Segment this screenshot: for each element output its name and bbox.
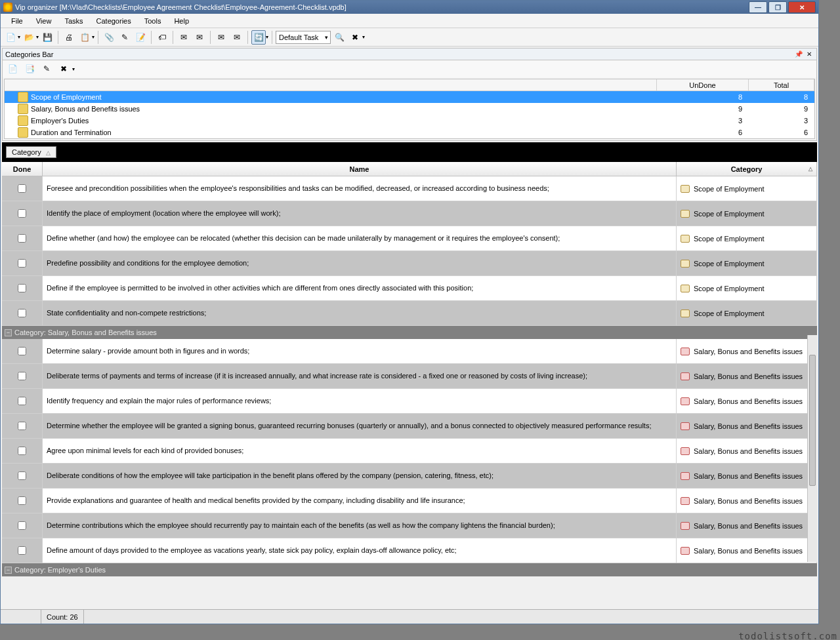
cat-list-icon[interactable]: 📑 bbox=[22, 62, 37, 76]
menu-view[interactable]: View bbox=[30, 15, 58, 27]
done-checkbox[interactable] bbox=[18, 259, 26, 268]
task-category: Scope of Employment bbox=[677, 301, 817, 325]
edit-icon[interactable]: ✎ bbox=[117, 30, 132, 45]
done-checkbox[interactable] bbox=[18, 447, 26, 455]
category-icon bbox=[681, 348, 690, 355]
menu-tasks[interactable]: Tasks bbox=[58, 15, 89, 27]
done-cell bbox=[2, 439, 43, 463]
category-row[interactable]: Duration and Termination66 bbox=[5, 127, 814, 138]
task-type-dropdown[interactable]: Default Task bbox=[276, 31, 331, 44]
vertical-scrollbar[interactable] bbox=[807, 335, 817, 562]
maximize-button[interactable]: ❐ bbox=[768, 1, 787, 13]
pin-icon[interactable]: 📌 bbox=[794, 50, 803, 59]
mail-reply-icon[interactable]: ✉ bbox=[192, 30, 207, 45]
done-checkbox[interactable] bbox=[18, 496, 26, 505]
task-name: Deliberate terms of payments and terms o… bbox=[43, 364, 677, 388]
done-checkbox[interactable] bbox=[18, 284, 26, 292]
open-icon[interactable]: 📂 bbox=[22, 30, 36, 45]
cat-delete-icon[interactable]: ✖ bbox=[56, 62, 71, 76]
cat-new-icon[interactable]: 📄 bbox=[5, 62, 20, 76]
task-row[interactable]: Agree upon minimal levels for each kind … bbox=[2, 439, 817, 464]
category-name: Salary, Bonus and Benefits issues bbox=[5, 104, 657, 114]
task-row[interactable]: Foresee and precondition possibilities w… bbox=[2, 176, 817, 201]
categories-toolbar: 📄 📑 ✎ ✖▾ bbox=[3, 60, 816, 77]
cat-col-undone[interactable]: UnDone bbox=[657, 79, 749, 91]
task-category: Salary, Bonus and Benefits issues bbox=[677, 489, 817, 513]
task-row[interactable]: Determine salary - provide amount both i… bbox=[2, 339, 817, 364]
th-name[interactable]: Name bbox=[43, 162, 677, 176]
task-name: Determine contributions which the employ… bbox=[43, 513, 677, 538]
task-row[interactable]: Deliberate conditions of how the employe… bbox=[2, 464, 817, 489]
print-icon[interactable]: 🖨 bbox=[62, 30, 76, 45]
done-checkbox[interactable] bbox=[18, 234, 26, 243]
find-icon[interactable]: 🔍 bbox=[332, 30, 346, 45]
clipboard-icon[interactable]: 📎 bbox=[102, 30, 116, 45]
mail-all-icon[interactable]: ✉ bbox=[230, 30, 244, 45]
task-row[interactable]: Deliberate terms of payments and terms o… bbox=[2, 364, 817, 389]
th-done[interactable]: Done bbox=[2, 162, 43, 176]
mail-icon[interactable]: ✉ bbox=[177, 30, 191, 45]
task-row[interactable]: Identify frequency and explain the major… bbox=[2, 389, 817, 414]
category-total: 8 bbox=[749, 93, 814, 101]
save-icon[interactable]: 💾 bbox=[40, 30, 54, 45]
note-icon[interactable]: 📝 bbox=[133, 30, 148, 45]
done-checkbox[interactable] bbox=[18, 471, 26, 480]
task-row[interactable]: Determine contributions which the employ… bbox=[2, 513, 817, 538]
task-name: Identify the place of employment (locati… bbox=[43, 201, 677, 226]
task-row[interactable]: Define amount of days provided to the em… bbox=[2, 538, 817, 563]
done-cell bbox=[2, 513, 43, 538]
scroll-thumb[interactable] bbox=[809, 355, 816, 486]
category-row[interactable]: Employer's Duties33 bbox=[5, 115, 814, 127]
task-name: Deliberate conditions of how the employe… bbox=[43, 464, 677, 488]
task-row[interactable]: Define whether (and how) the employee ca… bbox=[2, 226, 817, 251]
menu-categories[interactable]: Categories bbox=[90, 15, 138, 27]
new-file-icon[interactable]: 📄 bbox=[3, 30, 18, 45]
task-row[interactable]: Provide explanations and guarantee of he… bbox=[2, 489, 817, 513]
delete-icon[interactable]: ✖ bbox=[348, 30, 362, 45]
refresh-icon[interactable]: 🔄 bbox=[251, 30, 266, 45]
cat-edit-icon[interactable]: ✎ bbox=[39, 62, 54, 76]
menu-file[interactable]: File bbox=[5, 15, 30, 27]
task-name: Define if the employee is permitted to b… bbox=[43, 276, 677, 300]
page-setup-icon[interactable]: 📋 bbox=[77, 30, 92, 45]
done-checkbox[interactable] bbox=[18, 546, 26, 555]
collapse-icon[interactable]: − bbox=[5, 567, 12, 574]
group-by-tag[interactable]: Category △ bbox=[6, 146, 56, 158]
done-checkbox[interactable] bbox=[18, 209, 26, 218]
menu-help[interactable]: Help bbox=[167, 15, 196, 27]
cat-col-name[interactable] bbox=[5, 79, 657, 91]
mail-forward-icon[interactable]: ✉ bbox=[214, 30, 228, 45]
category-row[interactable]: Salary, Bonus and Benefits issues99 bbox=[5, 103, 814, 115]
task-row[interactable]: Identify the place of employment (locati… bbox=[2, 201, 817, 226]
done-checkbox[interactable] bbox=[18, 347, 26, 355]
category-row[interactable]: Scope of Employment88 bbox=[5, 91, 814, 103]
group-row[interactable]: −Category: Employer's Duties bbox=[2, 563, 817, 576]
app-window: Vip organizer [M:\Vlad\Checklists\Employ… bbox=[0, 0, 819, 624]
group-by-label: Category bbox=[12, 148, 41, 156]
done-checkbox[interactable] bbox=[18, 184, 26, 193]
collapse-icon[interactable]: − bbox=[5, 329, 12, 336]
menu-tools[interactable]: Tools bbox=[138, 15, 168, 27]
close-button[interactable]: ✕ bbox=[788, 1, 816, 13]
done-cell bbox=[2, 464, 43, 488]
done-checkbox[interactable] bbox=[18, 397, 26, 405]
th-category[interactable]: Category △ bbox=[677, 162, 817, 176]
panel-close-icon[interactable]: ✕ bbox=[805, 50, 814, 59]
done-checkbox[interactable] bbox=[18, 309, 26, 317]
group-row[interactable]: −Category: Salary, Bonus and Benefits is… bbox=[2, 326, 817, 339]
task-grid-header: Done Name Category △ bbox=[2, 162, 817, 176]
minimize-button[interactable]: — bbox=[749, 1, 767, 13]
task-row[interactable]: Define if the employee is permitted to b… bbox=[2, 276, 817, 301]
task-row[interactable]: State confidentiality and non-compete re… bbox=[2, 301, 817, 326]
done-checkbox[interactable] bbox=[18, 372, 26, 380]
task-row[interactable]: Predefine possibility and conditions for… bbox=[2, 251, 817, 276]
done-cell bbox=[2, 226, 43, 250]
done-checkbox[interactable] bbox=[18, 422, 26, 430]
done-checkbox[interactable] bbox=[18, 521, 26, 530]
category-icon bbox=[681, 235, 690, 243]
cat-col-total[interactable]: Total bbox=[749, 79, 814, 91]
menu-bar: File View Tasks Categories Tools Help bbox=[1, 14, 818, 28]
tag-icon[interactable]: 🏷 bbox=[155, 30, 169, 45]
task-name: Identify frequency and explain the major… bbox=[43, 389, 677, 413]
task-row[interactable]: Determine whether the employee will be g… bbox=[2, 414, 817, 439]
